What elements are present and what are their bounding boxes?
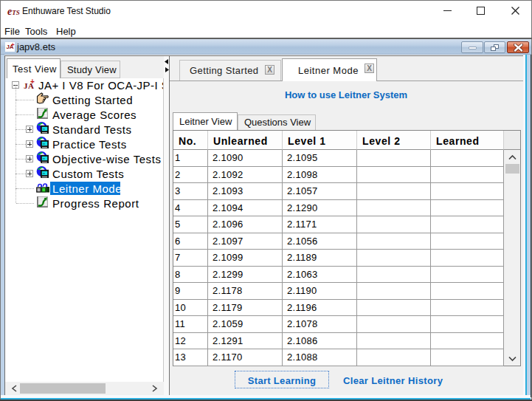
svg-text:+: + <box>30 78 35 86</box>
